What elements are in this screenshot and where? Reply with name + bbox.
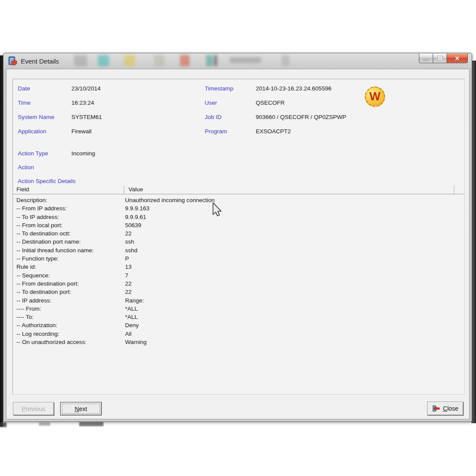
table-cell-field: -- Destination port name: [13,238,125,246]
timestamp-label: Timestamp [205,85,233,92]
window-title: Event Details [21,58,59,65]
maximize-button[interactable] [433,54,447,63]
application-label: Application [18,128,46,135]
table-row[interactable]: -- Destination port name:ssh [13,238,464,246]
table-cell-field: ---- From: [13,305,125,313]
time-value: 16:23:24 [71,100,94,106]
taskbar-ghost-icon [214,55,217,66]
table-row[interactable]: Description:Unauthorized incoming connec… [13,196,464,204]
time-label: Time [18,100,31,106]
table-row[interactable]: -- On unauthorized access:Warning [13,338,464,346]
application-value: Firewall [71,128,92,135]
taskbar-ghost-icon [74,55,87,66]
column-divider[interactable] [124,186,124,194]
timestamp-value: 2014-10-23-16.23.24.605596 [256,85,331,92]
event-details-app-icon [8,56,17,66]
exit-door-icon [432,405,440,412]
table-row[interactable]: -- IP address:Range: [13,296,464,305]
table-cell-field: Description: [13,196,125,204]
table-cell-field: -- Sequence: [13,271,125,280]
close-window-button[interactable]: ✕ [447,54,468,63]
table-cell-value: 13 [125,263,464,271]
background-fragment [0,422,6,427]
system-name-value: SYSTEM61 [71,114,102,120]
table-cell-value: 22 [125,280,464,288]
close-icon: ✕ [455,55,460,61]
table-row[interactable]: -- Initial thread function name:sshd [13,246,464,254]
taskbar-ghost-icon [98,55,109,66]
date-label: Date [18,85,30,92]
event-details-panel: Date 23/10/2014 Time 16:23:24 System Nam… [13,79,465,395]
dialog-body: Date 23/10/2014 Time 16:23:24 System Nam… [6,69,470,419]
table-cell-field: -- From IP address: [13,204,125,212]
table-cell-value: All [125,330,464,338]
date-value: 23/10/2014 [71,85,101,92]
table-row[interactable]: Rule id:13 [13,263,464,271]
titlebar[interactable]: Event Details ✕ [3,53,472,69]
table-cell-field: -- From local port: [13,221,125,229]
action-type-label: Action Type [18,150,48,157]
background-fragment [79,422,103,426]
event-details-window: Event Details ✕ Date 23/10/2014 Time 16:… [3,53,472,422]
job-id-value: 903660 / QSECOFR / QP0ZSPWP [256,114,346,120]
program-value: EXSOACPT2 [256,128,291,135]
close-button-label: Close [443,405,459,412]
details-table-header[interactable]: Field Value [13,185,464,194]
details-table-rows: Description:Unauthorized incoming connec… [13,196,464,346]
table-cell-value: sshd [125,246,464,254]
table-cell-value: Warning [125,338,464,346]
minimize-button[interactable] [419,54,433,63]
table-cell-value: P [125,254,464,263]
taskbar-ghost-icon [206,55,213,66]
table-cell-value: *ALL [125,313,464,321]
table-row[interactable]: ---- To:*ALL [13,313,464,321]
table-row[interactable]: -- To destination port:22 [13,288,464,296]
user-label: User [205,100,217,106]
next-button[interactable]: Next [60,402,102,415]
close-button[interactable]: Close [427,402,463,415]
table-cell-value: 9.9.9.61 [125,213,464,221]
table-row[interactable]: -- From destination port:22 [13,280,464,288]
table-row[interactable]: -- Sequence:7 [13,271,464,280]
table-cell-field: -- Authorization: [13,321,125,329]
table-row[interactable]: -- To destination octt:22 [13,229,464,238]
background-edge-left [0,55,3,427]
table-row[interactable]: -- From local port:50639 [13,221,464,229]
table-cell-field: ---- To: [13,313,125,321]
system-name-label: System Name [18,114,55,120]
table-cell-value: 22 [125,288,464,296]
table-cell-field: -- IP address: [13,296,125,305]
table-row[interactable]: -- Log recording:All [13,330,464,338]
previous-button[interactable]: Previous [13,402,54,415]
maximize-icon [438,56,442,60]
minimize-icon [424,60,428,61]
warning-badge-letter: W [370,91,380,103]
table-row[interactable]: -- From IP address:9.9.9.163 [13,204,464,212]
table-cell-value: 7 [125,271,464,280]
action-type-value: Incoming [71,150,95,157]
column-header-value[interactable]: Value [129,186,143,193]
taskbar-ghost-icon [154,55,164,66]
table-row[interactable]: -- Authorization:Deny [13,321,464,329]
taskbar-ghost-icon [124,55,135,66]
table-cell-field: -- Initial thread function name: [13,246,125,254]
column-divider[interactable] [454,186,454,194]
window-controls: ✕ [419,54,468,63]
column-header-field[interactable]: Field [16,186,29,193]
table-cell-field: -- Log recording: [13,330,125,338]
table-cell-field: -- To destination port: [13,288,125,296]
table-cell-field: -- On unauthorized access: [13,338,125,346]
table-cell-field: -- From destination port: [13,280,125,288]
table-cell-value: Unauthorized incoming connection [125,196,464,204]
table-cell-value: Range: [125,296,464,305]
table-cell-value: 50639 [125,221,464,229]
table-row[interactable]: -- Function type:P [13,254,464,263]
table-cell-field: -- Function type: [13,254,125,263]
background-fragment [39,422,50,426]
table-cell-value: ssh [125,238,464,246]
taskbar-ghost-icon [282,55,289,66]
table-row[interactable]: -- To IP address:9.9.9.61 [13,213,464,221]
table-row[interactable]: ---- From:*ALL [13,305,464,313]
warning-badge-icon: W [365,87,385,107]
job-id-label: Job ID [205,114,222,120]
